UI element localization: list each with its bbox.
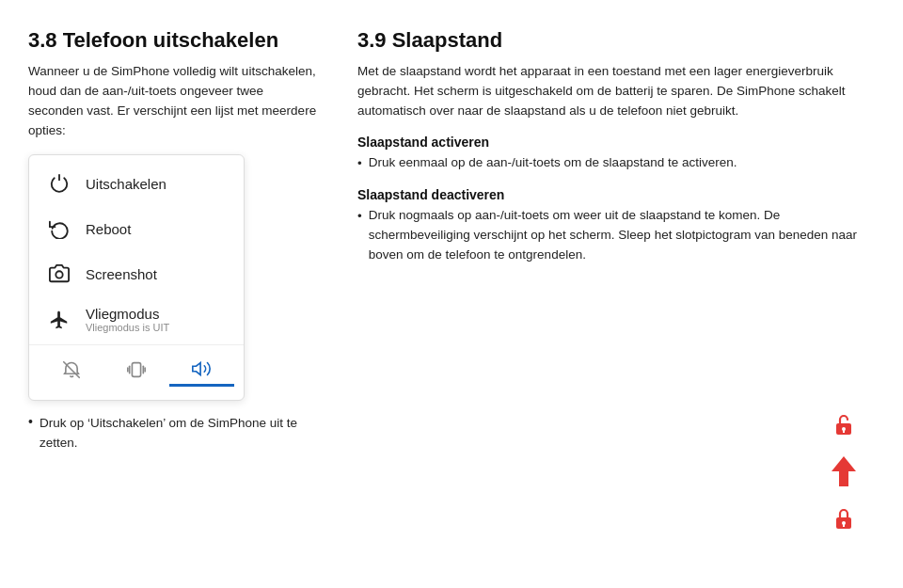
section2-list: Druk nogmaals op aan-/uit-toets om weer … (357, 206, 875, 265)
vliegmodus-label: Vliegmodus (86, 306, 159, 322)
menu-item-reboot[interactable]: Reboot (29, 206, 244, 251)
bottom-icons-row (29, 344, 244, 390)
right-column: 3.9 Slaapstand Met de slaapstand wordt h… (357, 28, 875, 569)
left-intro: Wanneer u de SimPhone volledig wilt uits… (28, 62, 320, 141)
section2-bullet: Druk nogmaals op aan-/uit-toets om weer … (357, 206, 875, 265)
right-intro: Met de slaapstand wordt het apparaat in … (357, 62, 875, 121)
power-icon (46, 170, 72, 197)
right-heading: 3.9 Slaapstand (357, 28, 875, 53)
section1-title: Slaapstand activeren (357, 135, 875, 150)
menu-item-uitschakelen[interactable]: Uitschakelen (29, 161, 244, 206)
lock-icons-group (830, 411, 858, 532)
section2-title: Slaapstand deactiveren (357, 187, 875, 202)
footer-bullet: • (28, 414, 33, 429)
arrow-up-icon (830, 454, 858, 488)
section1-list: Druk eenmaal op de aan-/uit-toets om de … (357, 153, 875, 174)
menu-item-screenshot[interactable]: Screenshot (29, 251, 244, 296)
phone-menu: Uitschakelen Reboot (28, 154, 245, 401)
uitschakelen-label: Uitschakelen (86, 176, 166, 192)
screenshot-icon (46, 261, 72, 287)
silent-icon[interactable] (39, 353, 103, 387)
sound-icon[interactable] (169, 353, 234, 387)
left-heading: 3.8 Telefoon uitschakelen (28, 28, 320, 53)
svg-marker-11 (832, 456, 856, 486)
vliegmodus-sub: Vliegmodus is UIT (86, 322, 169, 333)
svg-marker-7 (193, 362, 200, 374)
left-column: 3.8 Telefoon uitschakelen Wanneer u de S… (28, 28, 320, 569)
svg-rect-2 (132, 363, 140, 377)
menu-item-vliegmodus[interactable]: Vliegmodus Vliegmodus is UIT (29, 296, 244, 342)
vibrate-icon[interactable] (103, 353, 168, 387)
lock-closed-icon (832, 505, 856, 532)
section1-bullet: Druk eenmaal op de aan-/uit-toets om de … (357, 153, 875, 174)
reboot-label: Reboot (86, 221, 131, 237)
airplane-icon (46, 307, 72, 333)
left-footer: Druk op ‘Uitschakelen’ om de SimPhone ui… (40, 414, 320, 453)
lock-open-icon (832, 411, 856, 437)
reboot-icon (46, 215, 72, 242)
screenshot-label: Screenshot (86, 266, 157, 282)
svg-point-0 (55, 271, 62, 278)
